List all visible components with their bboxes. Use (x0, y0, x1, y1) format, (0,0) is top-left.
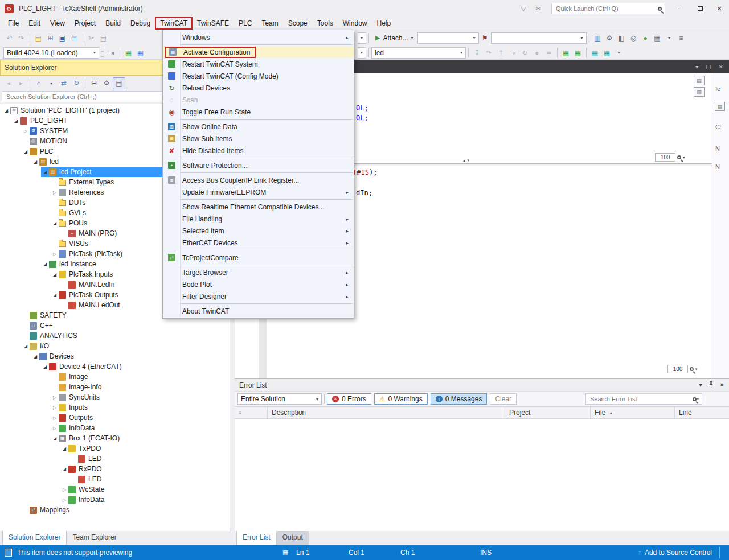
column-options-icon[interactable]: ≡ (675, 32, 687, 44)
tree-item-devices[interactable]: ◢Devices (0, 351, 230, 361)
step-out-icon[interactable]: ↥ (495, 47, 507, 59)
new-project-icon[interactable]: ▤ (32, 32, 44, 44)
menu-item-reload-devices[interactable]: ↻Reload Devices (163, 82, 354, 94)
menubar-item-view[interactable]: View (46, 18, 69, 29)
zoom-value[interactable]: 100 (667, 365, 688, 373)
expand-arrow-icon[interactable]: ◢ (41, 364, 49, 369)
debug-target-combo[interactable]: ▾ (417, 32, 479, 44)
tab-error-list[interactable]: Error List (236, 531, 277, 545)
pin-icon[interactable] (708, 381, 714, 389)
tree-item-led[interactable]: LED (0, 454, 230, 464)
menu-item-restart-twincat-config-mode[interactable]: Restart TwinCAT (Config Mode) (163, 70, 354, 82)
quick-launch-box[interactable] (551, 3, 665, 14)
dropdown[interactable]: ▾ (613, 47, 625, 59)
call-stack-icon[interactable]: ≣ (543, 47, 555, 59)
menubar-item-help[interactable]: Help (372, 18, 395, 29)
menubar-item-project[interactable]: Project (70, 18, 100, 29)
quick-launch-input[interactable] (555, 5, 658, 13)
menu-item-hide-disabled-items[interactable]: ✘Hide Disabled Items (163, 145, 354, 157)
copy-icon[interactable]: ▤ (97, 32, 109, 44)
zoom-control-lower[interactable]: 100 ▾ (667, 365, 698, 373)
document-list-icon[interactable]: ▾ (695, 64, 698, 70)
collapse-arrow-icon[interactable]: ▷ (51, 415, 59, 421)
error-scope-combo[interactable]: Entire Solution ▾ (237, 393, 322, 405)
tab-solution-explorer[interactable]: Solution Explorer (2, 531, 67, 545)
menu-item-selected-item[interactable]: Selected Item▸ (163, 225, 354, 237)
tree-item-led[interactable]: LED (0, 474, 230, 484)
tree-item-rxpdo[interactable]: ◢RxPDO (0, 464, 230, 474)
menubar-item-plc[interactable]: PLC (234, 18, 256, 29)
tree-item-txpdo[interactable]: ◢TxPDO (0, 443, 230, 454)
menu-item-software-protection[interactable]: +Software Protection... (163, 159, 354, 171)
split-window-icon[interactable]: ▤ (694, 76, 705, 85)
save-all-icon[interactable]: ≣ (68, 32, 80, 44)
collapse-arrow-icon[interactable]: ▷ (51, 252, 59, 257)
menubar-item-debug[interactable]: Debug (126, 18, 155, 29)
tree-item-analytics[interactable]: ANALYTICS (0, 331, 230, 341)
tab-output[interactable]: Output (277, 531, 309, 545)
close-document-icon[interactable]: ✕ (719, 64, 723, 70)
step-over-icon[interactable]: ↷ (483, 47, 495, 59)
add-to-source-control-button[interactable]: ↑Add to Source Control (638, 549, 712, 557)
menubar-item-team[interactable]: Team (257, 18, 282, 29)
se-back-icon[interactable]: ◂ (2, 77, 15, 89)
expand-arrow-icon[interactable]: ◢ (60, 467, 68, 472)
step-into-icon[interactable]: ↧ (471, 47, 483, 59)
splitter-grip[interactable]: ▲▼ (462, 159, 470, 162)
expand-arrow-icon[interactable]: ◢ (2, 108, 10, 113)
float-window-icon[interactable]: ▢ (706, 64, 711, 70)
process-combo[interactable]: ▾ (491, 32, 587, 44)
menu-item-file-handling[interactable]: File Handling▸ (163, 213, 354, 225)
run-to-cursor-icon[interactable]: ⇥ (507, 47, 519, 59)
menu-item-toggle-free-run-state[interactable]: ◉Toggle Free Run State (163, 106, 354, 118)
menubar-item-tools[interactable]: Tools (313, 18, 338, 29)
menu-item-show-realtime-ethernet-compatible-devices[interactable]: Show Realtime Ethernet Compatible Device… (163, 201, 354, 213)
expand-arrow-icon[interactable]: ◢ (22, 149, 30, 154)
expand-arrow-icon[interactable]: ◢ (51, 272, 59, 277)
combo-stub-icon[interactable]: ▾ (358, 47, 366, 59)
remote-monitor-icon[interactable]: ▥ (592, 32, 604, 44)
zoom-value[interactable]: 100 (655, 153, 675, 162)
attach-to-target-icon[interactable]: ⇥ (105, 47, 117, 59)
error-search-box[interactable]: ▾ (585, 393, 702, 405)
menubar-item-file[interactable]: File (3, 18, 23, 29)
expand-arrow-icon[interactable]: ◢ (51, 221, 59, 226)
close-panel-icon[interactable]: ✕ (720, 382, 724, 388)
menu-item-restart-twincat-system[interactable]: Restart TwinCAT System (163, 58, 354, 70)
se-scope-dropdown[interactable]: ▾ (45, 77, 58, 89)
collapse-arrow-icon[interactable]: ▷ (51, 405, 59, 410)
project-column-header[interactable]: Project (505, 407, 591, 418)
menu-item-update-firmware-eeprom[interactable]: Update Firmware/EEPROM▸ (163, 186, 354, 198)
collapse-arrow-icon[interactable]: ▷ (51, 190, 59, 195)
clear-button[interactable]: Clear (490, 393, 517, 405)
collapse-arrow-icon[interactable]: ▷ (22, 129, 30, 134)
expand-arrow-icon[interactable]: ◢ (12, 118, 20, 123)
menu-item-filter-designer[interactable]: Filter Designer▸ (163, 290, 354, 302)
error-search-input[interactable] (589, 395, 693, 403)
new-window-icon[interactable]: ▥ (694, 87, 705, 97)
breakpoint-icon[interactable]: ● (531, 47, 543, 59)
menubar-item-scope[interactable]: Scope (284, 18, 312, 29)
pdo-green2-icon[interactable]: ▦ (572, 47, 584, 59)
restart-icon[interactable]: ↻ (519, 47, 531, 59)
se-preview-icon[interactable]: ▤ (113, 77, 125, 89)
description-column-header[interactable]: Description (268, 407, 505, 418)
expand-arrow-icon[interactable]: ◢ (60, 446, 68, 451)
warnings-filter-button[interactable]: ⚠ 0 Warnings (374, 393, 428, 405)
menu-item-bode-plot[interactable]: Bode Plot▸ (163, 278, 354, 290)
plc-instance-combo[interactable]: led ▾ (371, 47, 466, 59)
target-green-icon[interactable]: ▦ (122, 47, 134, 59)
menubar-item-window[interactable]: Window (338, 18, 372, 29)
expand-arrow-icon[interactable]: ◢ (51, 436, 59, 441)
file-column-header[interactable]: File▲ (591, 407, 675, 418)
target-blue-icon[interactable]: ▦ (134, 47, 146, 59)
users-icon[interactable]: ◎ (628, 32, 640, 44)
zoom-control-upper[interactable]: 100 ▾ (655, 153, 685, 162)
expand-arrow-icon[interactable]: ◢ (31, 354, 39, 359)
minimize-button[interactable]: ─ (671, 0, 690, 17)
expand-arrow-icon[interactable]: ◢ (22, 344, 30, 349)
menu-item-windows[interactable]: Windows▸ (163, 31, 354, 43)
tree-item-outputs[interactable]: ▷Outputs (0, 413, 230, 423)
menubar-item-edit[interactable]: Edit (24, 18, 45, 29)
menu-item-access-bus-coupler-ip-link-register[interactable]: ≣Access Bus Coupler/IP Link Register... (163, 174, 354, 186)
